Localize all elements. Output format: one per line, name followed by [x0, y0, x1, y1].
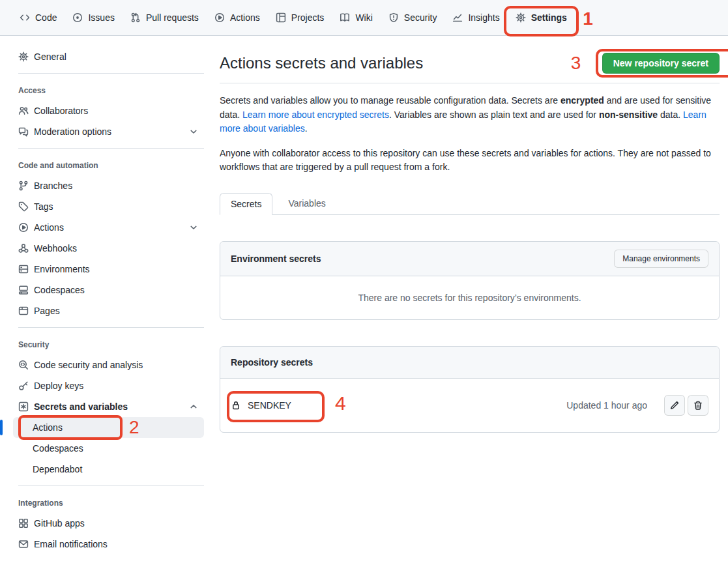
repository-secrets-title: Repository secrets — [231, 357, 313, 368]
sidebar-item-label: Moderation options — [34, 126, 111, 137]
sidebar-item-github-apps[interactable]: GitHub apps — [13, 513, 204, 534]
settings-sidebar: General Access Collaborators Moderation … — [0, 36, 209, 555]
table-icon — [276, 12, 286, 23]
page-title: Actions secrets and variables — [220, 54, 423, 72]
sidebar-item-codespaces[interactable]: Codespaces — [13, 280, 204, 300]
sidebar-section-integrations: Integrations — [13, 492, 204, 513]
environment-secrets-card: Environment secrets Manage environments … — [220, 241, 720, 320]
tab-actions[interactable]: Actions — [208, 0, 267, 35]
sidebar-subitem-codespaces-secrets[interactable]: Codespaces — [13, 438, 204, 459]
sidebar-item-code-security[interactable]: Code security and analysis — [13, 355, 204, 375]
tab-issues-label: Issues — [88, 12, 114, 23]
play-icon — [214, 12, 225, 23]
delete-secret-button[interactable] — [688, 395, 708, 416]
tab-variables[interactable]: Variables — [278, 193, 336, 214]
chevron-up-icon — [188, 401, 199, 412]
sidebar-section-security: Security — [13, 334, 204, 355]
codescan-icon — [18, 360, 29, 370]
annotation-number-4: 4 — [335, 394, 346, 413]
sidebar-item-general[interactable]: General — [13, 46, 204, 67]
codespaces-icon — [18, 285, 29, 295]
sidebar-item-branches[interactable]: Branches — [13, 175, 204, 196]
sidebar-item-label: Pages — [34, 306, 60, 316]
manage-environments-button[interactable]: Manage environments — [614, 250, 708, 268]
intro-bold-non-sensitive: non-sensitive — [599, 109, 658, 120]
trash-icon — [693, 400, 703, 411]
intro-text: . — [305, 123, 308, 134]
annotation-number-1: 1 — [583, 10, 593, 28]
title-divider — [220, 83, 720, 83]
intro-text: data. — [658, 109, 683, 120]
sidebar-subitem-dependabot-secrets[interactable]: Dependabot — [13, 459, 204, 480]
main-content: Actions secrets and variables New reposi… — [209, 36, 728, 433]
shield-icon — [388, 12, 399, 23]
repo-top-nav: Code Issues Pull requests Actions Projec… — [0, 0, 728, 36]
new-repository-secret-button[interactable]: New repository secret — [602, 53, 720, 74]
git-branch-icon — [18, 181, 29, 191]
tab-projects[interactable]: Projects — [269, 0, 331, 35]
sidebar-item-label: Codespaces — [34, 285, 85, 295]
sidebar-item-label: General — [34, 51, 66, 62]
sidebar-item-moderation-options[interactable]: Moderation options — [13, 121, 204, 142]
key-icon — [18, 381, 29, 391]
learn-more-encrypted-secrets-link[interactable]: Learn more about encrypted secrets — [242, 109, 389, 120]
sidebar-item-tags[interactable]: Tags — [13, 196, 204, 217]
tab-pull-requests-label: Pull requests — [146, 12, 199, 23]
key-asterisk-icon — [18, 401, 29, 412]
gear-icon — [516, 12, 526, 23]
sidebar-item-webhooks[interactable]: Webhooks — [13, 238, 204, 259]
sidebar-section-access: Access — [13, 80, 204, 100]
sidebar-item-actions[interactable]: Actions — [13, 217, 204, 238]
pencil-icon — [669, 400, 680, 411]
graph-icon — [452, 12, 463, 23]
tab-secrets[interactable]: Secrets — [220, 193, 272, 215]
sidebar-item-label: Dependabot — [33, 464, 82, 474]
tab-projects-label: Projects — [291, 12, 325, 23]
collaborator-access-paragraph: Anyone with collaborator access to this … — [220, 147, 720, 175]
environment-secrets-empty-message: There are no secrets for this repository… — [220, 276, 719, 319]
sidebar-item-label: Branches — [34, 181, 72, 191]
tab-code[interactable]: Code — [13, 0, 63, 35]
repository-secrets-card: Repository secrets SENDKEY 4 Updated 1 h… — [220, 346, 720, 433]
intro-text: Secrets and variables allow you to manag… — [220, 95, 561, 106]
sidebar-item-label: GitHub apps — [34, 518, 85, 529]
sidebar-item-email-notifications[interactable]: Email notifications — [13, 534, 204, 555]
sidebar-item-collaborators[interactable]: Collaborators — [13, 100, 204, 121]
sidebar-subitem-actions-secrets[interactable]: Actions 2 — [13, 417, 204, 438]
active-tab-underline — [516, 34, 567, 35]
tab-pull-requests[interactable]: Pull requests — [124, 0, 205, 35]
apps-icon — [18, 518, 29, 529]
gear-icon — [18, 51, 29, 62]
chevron-down-icon — [188, 222, 199, 233]
people-icon — [18, 106, 29, 116]
tab-issues[interactable]: Issues — [66, 0, 121, 35]
intro-bold-encrypted: encrypted — [561, 95, 604, 106]
sidebar-item-label: Codespaces — [33, 443, 83, 454]
tab-security[interactable]: Security — [382, 0, 444, 35]
sidebar-divider — [18, 148, 204, 149]
tab-insights[interactable]: Insights — [446, 0, 506, 35]
comment-discussion-icon — [18, 126, 29, 137]
tab-settings[interactable]: Settings 1 — [509, 0, 574, 35]
sidebar-item-secrets-and-variables[interactable]: Secrets and variables — [13, 396, 204, 417]
sidebar-item-deploy-keys[interactable]: Deploy keys — [13, 375, 204, 396]
lock-icon — [231, 400, 241, 411]
tab-wiki[interactable]: Wiki — [333, 0, 379, 35]
book-icon — [340, 12, 350, 23]
sidebar-item-label: Deploy keys — [34, 381, 83, 391]
tab-wiki-label: Wiki — [355, 12, 372, 23]
environment-secrets-title: Environment secrets — [231, 254, 321, 264]
sidebar-item-pages[interactable]: Pages — [13, 300, 204, 321]
sidebar-item-label: Code security and analysis — [34, 360, 143, 370]
sidebar-item-environments[interactable]: Environments — [13, 259, 204, 280]
sidebar-item-label: Collaborators — [34, 106, 88, 116]
tab-settings-label: Settings — [531, 12, 567, 23]
git-pull-request-icon — [130, 12, 141, 23]
secret-updated-text: Updated 1 hour ago — [566, 400, 647, 411]
sidebar-divider — [18, 327, 204, 328]
sidebar-item-label: Environments — [34, 264, 90, 274]
code-icon — [20, 12, 30, 23]
sidebar-item-label: Secrets and variables — [34, 401, 128, 412]
sidebar-item-label: Email notifications — [34, 539, 108, 549]
edit-secret-button[interactable] — [664, 395, 685, 416]
